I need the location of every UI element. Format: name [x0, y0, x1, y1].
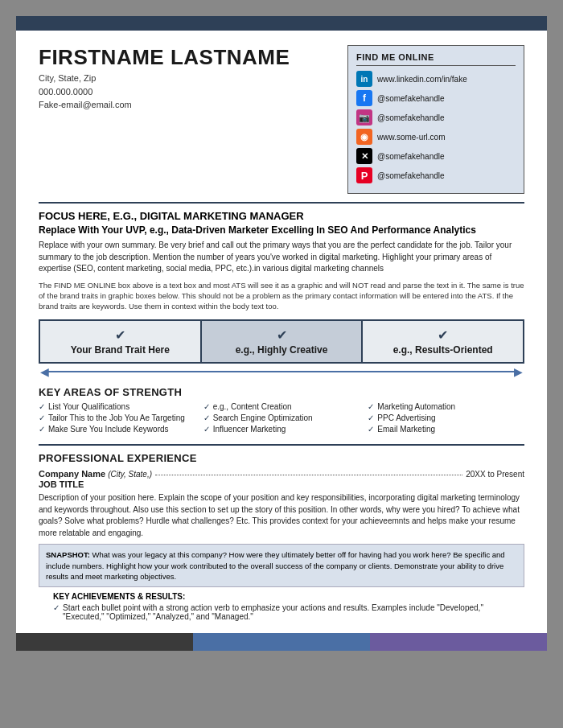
pinterest-handle: @somefakehandle — [377, 171, 445, 180]
job-title: JOB TITLE — [39, 479, 524, 489]
top-decorative-bar — [16, 16, 547, 31]
brand-trait-1: ✔ Your Brand Trait Here — [40, 321, 200, 362]
find-me-title: FIND ME ONLINE — [356, 52, 516, 66]
social-linkedin: in www.linkedin.com/in/fake — [356, 71, 516, 87]
social-website: ◉ www.some-url.com — [356, 129, 516, 145]
date-range: 20XX to Present — [466, 470, 524, 479]
summary-paragraph: Replace with your own summary. Be very b… — [39, 240, 524, 275]
social-facebook: f @somefakehandle — [356, 90, 516, 106]
checkmark-strength-2-3: ✓ — [203, 425, 210, 434]
social-pinterest: P @somefakehandle — [356, 167, 516, 183]
snapshot-label: SNAPSHOT: — [46, 550, 90, 559]
instagram-handle: @somefakehandle — [377, 113, 445, 122]
phone: 000.000.0000 — [39, 85, 333, 99]
header-divider — [39, 202, 524, 204]
city-state: City, State, Zip — [39, 72, 333, 85]
exp-header-row: Company Name (City, State,) 20XX to Pres… — [39, 469, 524, 479]
full-name: FIRSTNAME LASTNAME — [39, 45, 333, 70]
email: Fake-email@email.com — [39, 98, 333, 112]
company-name: Company Name (City, State,) — [39, 469, 152, 479]
checkmark-strength-1-3: ✓ — [39, 425, 45, 434]
strength-item-3-2: ✓ PPC Advertising — [368, 413, 524, 422]
strength-item-2-2: ✓ Search Engine Optimization — [203, 413, 360, 422]
brand-trait-label-3: e.g., Results-Oriented — [393, 344, 493, 356]
brand-trait-label-1: Your Brand Trait Here — [71, 344, 170, 356]
strength-section-title: KEY AREAS OF STRENGTH — [39, 386, 524, 398]
bottom-bar-left — [16, 633, 193, 651]
resume-page: FIRSTNAME LASTNAME City, State, Zip 000.… — [16, 16, 547, 651]
strength-item-1-1: ✓ List Your Qualifications — [39, 402, 195, 411]
achievements-title: KEY ACHIEVEMENTS & RESULTS: — [53, 592, 524, 601]
checkmark-3: ✔ — [438, 327, 448, 343]
arrows-row: ◀ ▶ — [39, 367, 524, 376]
snapshot-box: SNAPSHOT: What was your legacy at this c… — [39, 544, 524, 587]
bottom-bar-mid — [193, 633, 370, 651]
bottom-decorative-bar — [16, 633, 547, 651]
focus-section: FOCUS HERE, E.G., DIGITAL MARKETING MANA… — [39, 210, 524, 311]
strength-item-1-2: ✓ Tailor This to the Job You Ae Targetin… — [39, 413, 195, 422]
strength-section: KEY AREAS OF STRENGTH ✓ List Your Qualif… — [39, 386, 524, 436]
note-paragraph: The FIND ME ONLINE box above is a text b… — [39, 280, 524, 312]
achievement-item-1: ✓ Start each bullet point with a strong … — [53, 603, 524, 621]
header-section: FIRSTNAME LASTNAME City, State, Zip 000.… — [39, 45, 524, 194]
strength-item-3-3: ✓ Email Marketing — [368, 425, 524, 434]
strength-item-2-3: ✓ Influencer Marketing — [203, 425, 360, 434]
job-description: Description of your position here. Expla… — [39, 492, 524, 539]
checkmark-strength-1-1: ✓ — [39, 402, 45, 411]
experience-divider — [39, 444, 524, 446]
facebook-handle: @somefakehandle — [377, 94, 445, 103]
strength-col-2: ✓ e.g., Content Creation ✓ Search Engine… — [203, 402, 360, 436]
x-handle: @somefakehandle — [377, 152, 445, 161]
checkmark-strength-3-1: ✓ — [368, 402, 374, 411]
social-instagram: 📷 @somefakehandle — [356, 109, 516, 125]
checkmark-achievement-1: ✓ — [53, 603, 60, 612]
strength-col-3: ✓ Marketing Automation ✓ PPC Advertising… — [368, 402, 524, 436]
uvp-title: Replace With Your UVP, e.g., Data-Driven… — [39, 224, 524, 236]
checkmark-1: ✔ — [115, 327, 125, 343]
checkmark-strength-1-2: ✓ — [39, 413, 45, 422]
strength-item-3-1: ✓ Marketing Automation — [368, 402, 524, 411]
contact-info: City, State, Zip 000.000.0000 Fake-email… — [39, 72, 333, 112]
brand-trait-label-2: e.g., Highly Creative — [236, 344, 328, 356]
snapshot-text: What was your legacy at this company? Ho… — [46, 550, 505, 581]
website-url: www.some-url.com — [377, 133, 445, 142]
rss-icon: ◉ — [356, 129, 372, 145]
checkmark-strength-3-2: ✓ — [368, 413, 374, 422]
brand-trait-3: ✔ e.g., Results-Oriented — [363, 321, 523, 362]
strength-item-1-3: ✓ Make Sure You Include Keywords — [39, 425, 195, 434]
experience-section-title: PROFESSIONAL EXPERIENCE — [39, 452, 524, 464]
facebook-icon: f — [356, 90, 372, 106]
checkmark-strength-2-1: ✓ — [203, 402, 210, 411]
pinterest-icon: P — [356, 167, 372, 183]
arrow-left-icon: ◀ — [40, 366, 49, 377]
x-icon: ✕ — [356, 148, 372, 164]
strength-col-1: ✓ List Your Qualifications ✓ Tailor This… — [39, 402, 195, 436]
checkmark-strength-2-2: ✓ — [203, 413, 210, 422]
bottom-bar-right — [370, 633, 547, 651]
linkedin-url: www.linkedin.com/in/fake — [377, 75, 467, 84]
name-contact-block: FIRSTNAME LASTNAME City, State, Zip 000.… — [39, 45, 333, 112]
social-x: ✕ @somefakehandle — [356, 148, 516, 164]
arrow-line: ◀ ▶ — [39, 367, 524, 376]
brand-trait-2: ✔ e.g., Highly Creative — [202, 321, 362, 362]
checkmark-strength-3-3: ✓ — [368, 425, 374, 434]
find-me-online-box: FIND ME ONLINE in www.linkedin.com/in/fa… — [347, 45, 524, 194]
experience-section: PROFESSIONAL EXPERIENCE Company Name (Ci… — [39, 452, 524, 621]
strength-item-2-1: ✓ e.g., Content Creation — [203, 402, 360, 411]
focus-title: FOCUS HERE, E.G., DIGITAL MARKETING MANA… — [39, 210, 524, 222]
company-location: (City, State,) — [108, 470, 152, 479]
arrow-right-icon: ▶ — [514, 366, 523, 377]
strength-columns: ✓ List Your Qualifications ✓ Tailor This… — [39, 402, 524, 436]
instagram-icon: 📷 — [356, 109, 372, 125]
brand-traits-container: ✔ Your Brand Trait Here ✔ e.g., Highly C… — [39, 319, 524, 364]
dotted-separator — [155, 475, 462, 475]
linkedin-icon: in — [356, 71, 372, 87]
checkmark-2: ✔ — [277, 327, 287, 343]
